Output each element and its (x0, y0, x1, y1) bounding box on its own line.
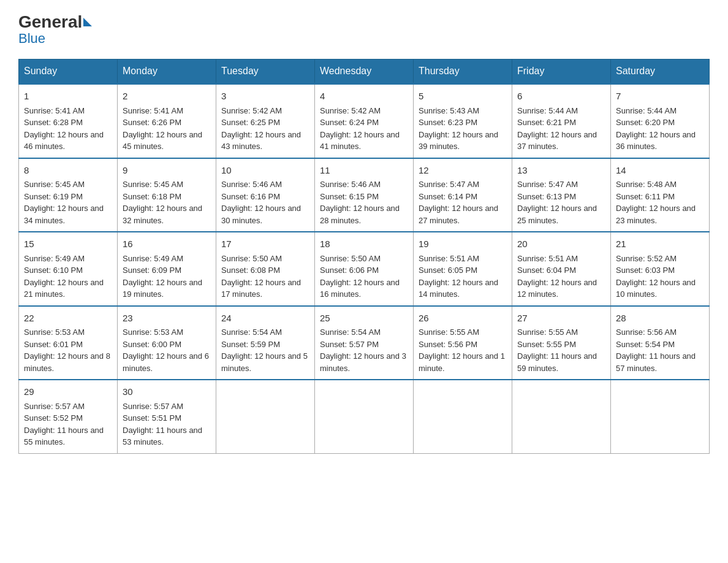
day-info: Sunrise: 5:47 AMSunset: 6:13 PMDaylight:… (517, 180, 597, 225)
logo-general: General (18, 12, 82, 32)
day-number: 13 (517, 164, 605, 178)
calendar-week-3: 15 Sunrise: 5:49 AMSunset: 6:10 PMDaylig… (19, 232, 710, 306)
calendar-cell: 25 Sunrise: 5:54 AMSunset: 5:57 PMDaylig… (315, 306, 414, 380)
day-number: 10 (221, 164, 309, 178)
calendar-cell: 22 Sunrise: 5:53 AMSunset: 6:01 PMDaylig… (19, 306, 118, 380)
logo-triangle-icon (83, 18, 92, 26)
day-number: 28 (616, 312, 704, 326)
calendar-cell: 30 Sunrise: 5:57 AMSunset: 5:51 PMDaylig… (118, 380, 216, 453)
day-info: Sunrise: 5:49 AMSunset: 6:09 PMDaylight:… (123, 254, 202, 299)
day-number: 4 (320, 90, 408, 104)
day-number: 9 (123, 164, 211, 178)
day-number: 11 (320, 164, 408, 178)
header-tuesday: Tuesday (216, 59, 315, 84)
logo: General Blue (18, 12, 92, 47)
day-info: Sunrise: 5:48 AMSunset: 6:11 PMDaylight:… (616, 180, 696, 225)
day-info: Sunrise: 5:43 AMSunset: 6:23 PMDaylight:… (419, 106, 498, 151)
calendar-cell: 3 Sunrise: 5:42 AMSunset: 6:25 PMDayligh… (216, 84, 315, 158)
calendar-cell: 29 Sunrise: 5:57 AMSunset: 5:52 PMDaylig… (19, 380, 118, 453)
day-number: 24 (221, 312, 309, 326)
day-info: Sunrise: 5:46 AMSunset: 6:16 PMDaylight:… (221, 180, 301, 225)
day-info: Sunrise: 5:52 AMSunset: 6:03 PMDaylight:… (616, 254, 696, 299)
header-friday: Friday (512, 59, 611, 84)
day-info: Sunrise: 5:47 AMSunset: 6:14 PMDaylight:… (419, 180, 498, 225)
calendar-cell: 14 Sunrise: 5:48 AMSunset: 6:11 PMDaylig… (611, 158, 710, 232)
day-info: Sunrise: 5:41 AMSunset: 6:28 PMDaylight:… (24, 106, 104, 151)
calendar-cell: 26 Sunrise: 5:55 AMSunset: 5:56 PMDaylig… (414, 306, 512, 380)
calendar-cell: 19 Sunrise: 5:51 AMSunset: 6:05 PMDaylig… (414, 232, 512, 306)
day-number: 3 (221, 90, 309, 104)
day-number: 16 (123, 237, 211, 251)
day-info: Sunrise: 5:49 AMSunset: 6:10 PMDaylight:… (24, 254, 104, 299)
day-info: Sunrise: 5:54 AMSunset: 5:59 PMDaylight:… (221, 327, 308, 373)
calendar-cell: 20 Sunrise: 5:51 AMSunset: 6:04 PMDaylig… (512, 232, 611, 306)
header-thursday: Thursday (414, 59, 512, 84)
calendar-cell: 27 Sunrise: 5:55 AMSunset: 5:55 PMDaylig… (512, 306, 611, 380)
calendar-cell: 1 Sunrise: 5:41 AMSunset: 6:28 PMDayligh… (19, 84, 118, 158)
calendar-cell: 5 Sunrise: 5:43 AMSunset: 6:23 PMDayligh… (414, 84, 512, 158)
calendar-cell: 7 Sunrise: 5:44 AMSunset: 6:20 PMDayligh… (611, 84, 710, 158)
day-number: 29 (24, 385, 112, 399)
day-info: Sunrise: 5:56 AMSunset: 5:54 PMDaylight:… (616, 327, 696, 373)
header-wednesday: Wednesday (315, 59, 414, 84)
calendar-week-1: 1 Sunrise: 5:41 AMSunset: 6:28 PMDayligh… (19, 84, 710, 158)
calendar-cell: 24 Sunrise: 5:54 AMSunset: 5:59 PMDaylig… (216, 306, 315, 380)
calendar-cell (512, 380, 611, 453)
calendar-cell: 16 Sunrise: 5:49 AMSunset: 6:09 PMDaylig… (118, 232, 216, 306)
day-info: Sunrise: 5:44 AMSunset: 6:20 PMDaylight:… (616, 106, 696, 151)
day-number: 20 (517, 237, 605, 251)
day-number: 2 (123, 90, 211, 104)
day-number: 26 (419, 312, 507, 326)
day-number: 21 (616, 237, 704, 251)
day-info: Sunrise: 5:45 AMSunset: 6:18 PMDaylight:… (123, 180, 202, 225)
day-number: 1 (24, 90, 112, 104)
day-info: Sunrise: 5:50 AMSunset: 6:08 PMDaylight:… (221, 254, 301, 299)
day-number: 7 (616, 90, 704, 104)
calendar-cell: 18 Sunrise: 5:50 AMSunset: 6:06 PMDaylig… (315, 232, 414, 306)
calendar-cell: 15 Sunrise: 5:49 AMSunset: 6:10 PMDaylig… (19, 232, 118, 306)
calendar-week-5: 29 Sunrise: 5:57 AMSunset: 5:52 PMDaylig… (19, 380, 710, 453)
day-info: Sunrise: 5:53 AMSunset: 6:01 PMDaylight:… (24, 327, 110, 373)
calendar-cell (611, 380, 710, 453)
day-info: Sunrise: 5:46 AMSunset: 6:15 PMDaylight:… (320, 180, 400, 225)
calendar-table: SundayMondayTuesdayWednesdayThursdayFrid… (18, 59, 710, 454)
day-number: 14 (616, 164, 704, 178)
day-info: Sunrise: 5:51 AMSunset: 6:04 PMDaylight:… (517, 254, 597, 299)
day-info: Sunrise: 5:53 AMSunset: 6:00 PMDaylight:… (123, 327, 209, 373)
day-number: 5 (419, 90, 507, 104)
day-info: Sunrise: 5:51 AMSunset: 6:05 PMDaylight:… (419, 254, 498, 299)
day-info: Sunrise: 5:55 AMSunset: 5:56 PMDaylight:… (419, 327, 505, 373)
day-number: 12 (419, 164, 507, 178)
day-info: Sunrise: 5:42 AMSunset: 6:25 PMDaylight:… (221, 106, 301, 151)
day-info: Sunrise: 5:57 AMSunset: 5:51 PMDaylight:… (123, 402, 202, 447)
day-number: 25 (320, 312, 408, 326)
day-number: 6 (517, 90, 605, 104)
day-number: 30 (123, 385, 211, 399)
calendar-cell: 6 Sunrise: 5:44 AMSunset: 6:21 PMDayligh… (512, 84, 611, 158)
day-number: 8 (24, 164, 112, 178)
calendar-cell: 4 Sunrise: 5:42 AMSunset: 6:24 PMDayligh… (315, 84, 414, 158)
calendar-cell: 2 Sunrise: 5:41 AMSunset: 6:26 PMDayligh… (118, 84, 216, 158)
calendar-cell: 12 Sunrise: 5:47 AMSunset: 6:14 PMDaylig… (414, 158, 512, 232)
header-sunday: Sunday (19, 59, 118, 84)
day-number: 27 (517, 312, 605, 326)
day-info: Sunrise: 5:45 AMSunset: 6:19 PMDaylight:… (24, 180, 104, 225)
page-header: General Blue (18, 12, 710, 47)
day-info: Sunrise: 5:57 AMSunset: 5:52 PMDaylight:… (24, 402, 104, 447)
day-info: Sunrise: 5:55 AMSunset: 5:55 PMDaylight:… (517, 327, 597, 373)
day-number: 19 (419, 237, 507, 251)
header-monday: Monday (118, 59, 216, 84)
calendar-cell: 13 Sunrise: 5:47 AMSunset: 6:13 PMDaylig… (512, 158, 611, 232)
calendar-cell: 28 Sunrise: 5:56 AMSunset: 5:54 PMDaylig… (611, 306, 710, 380)
calendar-cell (414, 380, 512, 453)
day-number: 23 (123, 312, 211, 326)
day-info: Sunrise: 5:44 AMSunset: 6:21 PMDaylight:… (517, 106, 597, 151)
day-info: Sunrise: 5:41 AMSunset: 6:26 PMDaylight:… (123, 106, 202, 151)
day-info: Sunrise: 5:54 AMSunset: 5:57 PMDaylight:… (320, 327, 406, 373)
calendar-cell: 21 Sunrise: 5:52 AMSunset: 6:03 PMDaylig… (611, 232, 710, 306)
day-number: 22 (24, 312, 112, 326)
day-info: Sunrise: 5:50 AMSunset: 6:06 PMDaylight:… (320, 254, 400, 299)
calendar-cell: 17 Sunrise: 5:50 AMSunset: 6:08 PMDaylig… (216, 232, 315, 306)
calendar-week-4: 22 Sunrise: 5:53 AMSunset: 6:01 PMDaylig… (19, 306, 710, 380)
calendar-week-2: 8 Sunrise: 5:45 AMSunset: 6:19 PMDayligh… (19, 158, 710, 232)
